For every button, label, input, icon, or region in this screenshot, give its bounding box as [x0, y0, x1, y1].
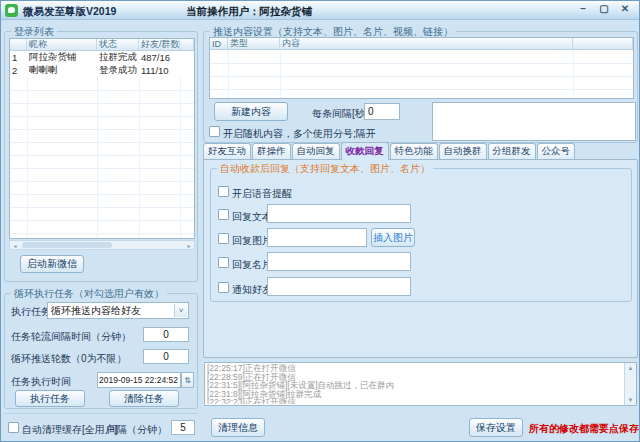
app-logo-icon [5, 4, 18, 17]
table-row[interactable]: 1 阿拉杂货铺 拉群完成 487/16 [10, 51, 194, 64]
time-spinner-icon[interactable]: ⇅ [181, 372, 194, 388]
login-table[interactable]: 昵称 状态 好友/群数 1 阿拉杂货铺 拉群完成 487/16 2 喇喇喇 登录… [9, 38, 195, 239]
log-vscrollbar[interactable]: ▲ ▼ [624, 363, 636, 405]
start-new-wechat-button[interactable]: 启动新微信 [20, 255, 84, 273]
tab-auto-reply[interactable]: 自动回复 [292, 143, 340, 160]
auto-clear-cache-checkbox[interactable] [8, 422, 19, 433]
payment-reply-group: 自动收款后回复（支持回复文本、图片、名片） 开启语音提醒 回复文本 回复图片 插… [210, 168, 632, 302]
row-count: 111/10 [139, 64, 180, 77]
login-col-nickname: 昵称 [27, 39, 97, 50]
scroll-up-icon[interactable]: ▲ [625, 363, 636, 373]
app-window: 微易发至尊版V2019 当前操作用户：阿拉杂货铺 – ▢ ✕ 登录列表 昵称 状… [0, 0, 640, 442]
payment-reply-group-title: 自动收款后回复（支持回复文本、图片、名片） [217, 162, 433, 176]
left-divider [4, 413, 198, 414]
table-row[interactable]: 2 喇喇喇 登录成功 111/10 [10, 64, 194, 77]
row-nickname: 喇喇喇 [27, 64, 97, 77]
per-item-interval-label: 每条间隔[秒] [312, 107, 368, 121]
voice-reminder-label: 开启语音提醒 [232, 187, 292, 201]
row-count: 487/16 [139, 51, 180, 64]
task-time-input[interactable] [97, 372, 181, 388]
task-label: 执行任务 [11, 305, 51, 319]
reply-text-checkbox[interactable] [218, 209, 229, 220]
push-col-content: 内容 [280, 38, 573, 49]
loop-task-group-title: 循环执行任务（对勾选用户有效） [11, 287, 167, 301]
push-content-group: 推送内容设置（支持文本、图片、名片、视频、链接） ID 类型 内容 新建内容 每… [203, 31, 638, 143]
push-rounds-input[interactable] [143, 349, 189, 364]
reply-card-input[interactable] [267, 252, 411, 271]
voice-reminder-checkbox[interactable] [218, 186, 229, 197]
task-interval-label: 任务轮流间隔时间（分钟） [11, 330, 131, 344]
reply-image-input[interactable] [267, 228, 367, 247]
title-bar: 微易发至尊版V2019 当前操作用户：阿拉杂货铺 – ▢ ✕ [1, 1, 639, 20]
chevron-down-icon[interactable]: ˅ [174, 304, 187, 317]
task-interval-input[interactable] [143, 327, 189, 342]
clear-task-button[interactable]: 清除任务 [109, 390, 179, 407]
payment-reply-panel: 自动收款后回复（支持回复文本、图片、名片） 开启语音提醒 回复文本 回复图片 插… [203, 159, 638, 358]
push-col-extra [573, 38, 633, 49]
window-title: 微易发至尊版V2019 [23, 5, 116, 19]
tab-payment-reply[interactable]: 收款回复 [341, 142, 389, 160]
cache-interval-input[interactable] [171, 420, 195, 435]
tab-group-broadcast[interactable]: 分组群发 [488, 143, 536, 160]
log-lines: [22:25:17]正在打开微信[22:28:59]正在打开微信[22:31:5… [207, 364, 622, 404]
row-status: 登录成功 [97, 64, 139, 77]
login-table-hscrollbar[interactable]: ◂ ▸ [9, 240, 195, 250]
push-col-id: ID [210, 38, 228, 49]
save-settings-button[interactable]: 保存设置 [469, 418, 523, 437]
task-select-value: 循环推送内容给好友 [51, 304, 141, 318]
row-nickname: 阿拉杂货铺 [27, 51, 97, 64]
task-time-label: 任务执行时间 [11, 375, 71, 389]
insert-image-button[interactable]: 插入图片 [371, 228, 415, 247]
reply-card-label: 回复名片 [232, 258, 272, 272]
tab-friend-interact[interactable]: 好友互动 [203, 143, 251, 160]
per-item-interval-input[interactable] [364, 103, 400, 120]
tab-official-account[interactable]: 公众号 [537, 143, 576, 160]
task-select[interactable]: 循环推送内容给好友 ˅ [47, 302, 189, 319]
reply-image-label: 回复图片 [232, 234, 272, 248]
login-col-status: 状态 [97, 39, 139, 50]
empty-rows-grid [10, 78, 194, 238]
maximize-icon[interactable]: ▢ [598, 3, 610, 14]
save-hint-text: 所有的修改都需要点保存 [529, 422, 639, 436]
clear-info-button[interactable]: 清理信息 [211, 418, 265, 437]
function-tabbar: 好友互动 群操作 自动回复 收款回复 特色功能 自动换群 分组群发 公众号 [203, 145, 576, 160]
row-status: 拉群完成 [97, 51, 139, 64]
auto-clear-cache-label: 自动清理缓存[全用户] [22, 423, 118, 437]
notify-friend-input[interactable] [267, 277, 411, 296]
cache-interval-label: 间隔（分钟） [107, 423, 167, 437]
login-list-group: 登录列表 昵称 状态 好友/群数 1 阿拉杂货铺 拉群完成 487/16 2 喇… [4, 31, 198, 282]
notify-friend-checkbox[interactable] [218, 282, 229, 293]
push-content-table[interactable]: ID 类型 内容 [209, 37, 634, 99]
execute-task-button[interactable]: 执行任务 [15, 390, 85, 407]
reply-text-label: 回复文本 [232, 210, 272, 224]
close-icon[interactable]: ✕ [619, 3, 631, 14]
row-num: 2 [10, 64, 27, 77]
push-col-type: 类型 [228, 38, 280, 49]
login-col-extra [180, 39, 194, 50]
row-num: 1 [10, 51, 27, 64]
scroll-right-icon[interactable]: ▸ [184, 241, 194, 249]
tab-auto-switch-group[interactable]: 自动换群 [439, 143, 487, 160]
scroll-left-icon[interactable]: ◂ [10, 241, 20, 249]
reply-card-checkbox[interactable] [218, 257, 229, 268]
login-col-count: 好友/群数 [139, 39, 180, 50]
reply-text-input[interactable] [267, 204, 411, 223]
push-rounds-label: 循环推送轮数（0为不限） [11, 352, 127, 366]
tab-special-features[interactable]: 特色功能 [390, 143, 438, 160]
current-user-label: 当前操作用户：阿拉杂货铺 [186, 5, 312, 19]
reply-image-checkbox[interactable] [218, 233, 229, 244]
minimize-icon[interactable]: – [577, 3, 589, 14]
log-line: [22:32:23]正在打开微信 [207, 398, 622, 404]
login-col-rownum [10, 39, 27, 50]
hscroll-thumb[interactable] [22, 242, 112, 248]
login-list-group-title: 登录列表 [11, 25, 57, 39]
random-content-checkbox[interactable] [209, 126, 220, 137]
notify-friend-label: 通知好友 [232, 283, 272, 297]
scroll-down-icon[interactable]: ▼ [625, 395, 636, 405]
new-content-button[interactable]: 新建内容 [214, 102, 288, 121]
empty-rows-grid [210, 51, 633, 98]
random-content-label: 开启随机内容，多个使用分号;隔开 [223, 127, 376, 141]
push-content-textarea[interactable] [432, 102, 636, 141]
log-box[interactable]: [22:25:17]正在打开微信[22:28:59]正在打开微信[22:31:5… [204, 362, 637, 406]
tab-group-ops[interactable]: 群操作 [252, 143, 291, 160]
